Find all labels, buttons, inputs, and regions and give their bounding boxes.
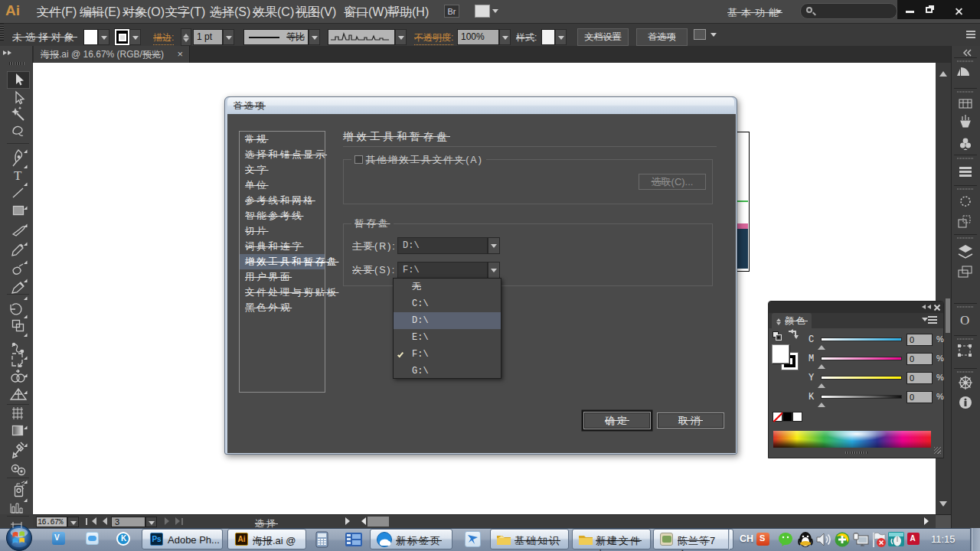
svg-text:O: O (960, 313, 969, 328)
svg-text:T: T (14, 168, 22, 183)
